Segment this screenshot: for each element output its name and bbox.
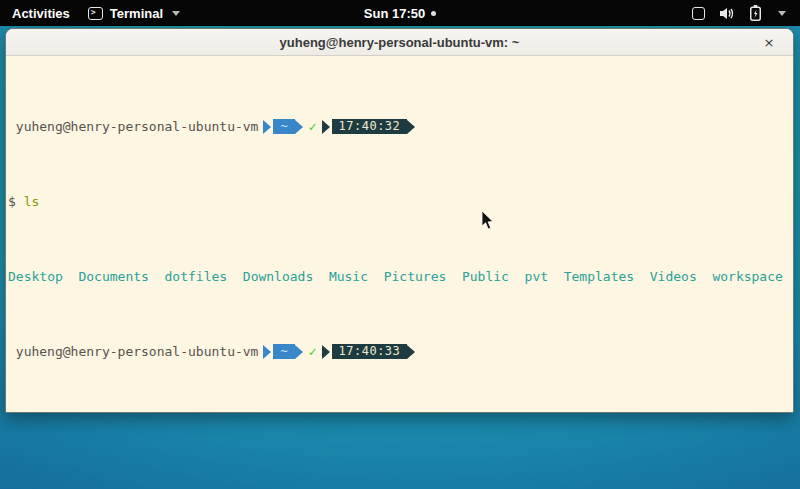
top-bar: Activities > Terminal Sun 17:50 <box>0 0 800 26</box>
terminal-icon: > <box>88 7 103 20</box>
screen-icon <box>692 7 705 20</box>
volume-icon <box>720 7 735 20</box>
command-line: $ ls <box>8 194 791 209</box>
terminal-window: yuheng@henry-personal-ubuntu-vm: ~ × yuh… <box>5 28 794 413</box>
prompt-line: yuheng@henry-personal-ubuntu-vm ~ ✓ 17:4… <box>8 344 791 359</box>
prompt-time: 17:40:32 <box>332 119 408 134</box>
powerline-arrow-icon <box>263 345 271 359</box>
prompt-time: 17:40:33 <box>332 344 408 359</box>
status-check-icon: ✓ <box>303 344 322 359</box>
system-tray[interactable] <box>692 0 800 26</box>
prompt-path: ~ <box>273 344 294 359</box>
activities-button[interactable]: Activities <box>12 6 70 21</box>
powerline-arrow-icon <box>263 120 271 134</box>
prompt-user-host: yuheng@henry-personal-ubuntu-vm <box>16 119 259 134</box>
notification-dot <box>431 11 436 16</box>
battery-charging-icon <box>750 5 761 21</box>
powerline-arrow-icon <box>295 345 303 359</box>
directory-list: Desktop Documents dotfiles Downloads Mus… <box>8 269 783 284</box>
prompt-char: $ <box>8 194 16 209</box>
powerline-path-segment: ~ <box>263 119 302 134</box>
powerline-time-segment: 17:40:33 <box>322 344 416 359</box>
powerline-arrow-icon <box>295 120 303 134</box>
prompt-line: yuheng@henry-personal-ubuntu-vm ~ ✓ 17:4… <box>8 119 791 134</box>
powerline-arrow-icon <box>407 120 415 134</box>
close-icon[interactable]: × <box>759 29 779 56</box>
window-titlebar[interactable]: yuheng@henry-personal-ubuntu-vm: ~ × <box>6 29 793 56</box>
ls-output-line: Desktop Documents dotfiles Downloads Mus… <box>8 269 791 284</box>
chevron-down-icon <box>778 11 786 16</box>
mouse-cursor <box>481 211 494 235</box>
prompt-path: ~ <box>273 119 294 134</box>
powerline-path-segment: ~ <box>263 344 302 359</box>
status-check-icon: ✓ <box>303 119 322 134</box>
clock-button[interactable]: Sun 17:50 <box>364 6 425 21</box>
window-title: yuheng@henry-personal-ubuntu-vm: ~ <box>280 35 520 50</box>
prompt-user-host: yuheng@henry-personal-ubuntu-vm <box>16 344 259 359</box>
app-menu-terminal[interactable]: > Terminal <box>88 6 180 21</box>
powerline-arrow-icon <box>322 345 330 359</box>
powerline-arrow-icon <box>407 345 415 359</box>
terminal-content[interactable]: yuheng@henry-personal-ubuntu-vm ~ ✓ 17:4… <box>6 56 793 413</box>
powerline-time-segment: 17:40:32 <box>322 119 416 134</box>
command-text: ls <box>24 194 40 209</box>
app-menu-label: Terminal <box>110 6 163 21</box>
chevron-down-icon <box>172 11 180 16</box>
powerline-arrow-icon <box>322 120 330 134</box>
